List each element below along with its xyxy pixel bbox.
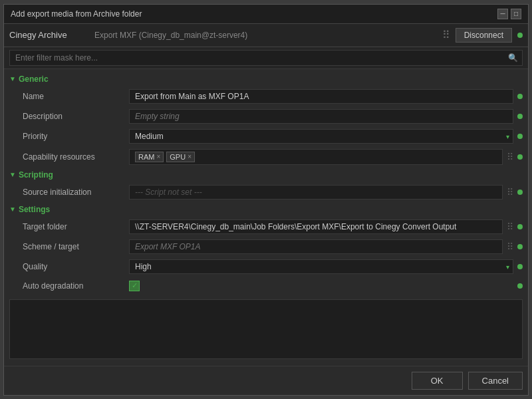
minimize-button[interactable]: ─ xyxy=(497,9,508,19)
archive-bar: Cinegy Archive Export MXF (Cinegy_db_mai… xyxy=(4,24,528,47)
scheme-label: Scheme / target xyxy=(23,242,129,251)
source-init-row: Source initialization --- Script not set… xyxy=(4,182,528,202)
source-init-label: Source initialization xyxy=(23,188,129,197)
scheme-status-dot xyxy=(517,244,523,249)
auto-degradation-status-dot xyxy=(517,283,523,289)
generic-section-header[interactable]: ▼ Generic xyxy=(4,72,528,86)
scripting-triangle-icon: ▼ xyxy=(9,171,16,178)
name-status-dot xyxy=(517,94,523,99)
title-bar: Add export media from Archive folder ─ □ xyxy=(4,5,528,24)
capability-label: Capability resources xyxy=(23,152,129,162)
quality-select-wrapper: Low Medium High ▾ xyxy=(129,259,513,274)
cancel-button[interactable]: Cancel xyxy=(468,372,523,390)
capability-status-dot xyxy=(517,154,523,160)
target-folder-status-dot xyxy=(517,224,523,229)
tag-ram-label: RAM xyxy=(138,153,154,161)
dialog-title: Add export media from Archive folder xyxy=(11,9,142,19)
generic-section-label: Generic xyxy=(19,74,49,84)
description-label: Description xyxy=(23,112,129,121)
settings-section-header[interactable]: ▼ Settings xyxy=(4,202,528,217)
source-init-value: --- Script not set --- xyxy=(129,185,503,200)
title-bar-buttons: ─ □ xyxy=(497,9,521,19)
quality-label: Quality xyxy=(23,262,129,271)
tag-ram: RAM × xyxy=(135,152,164,162)
tag-ram-close[interactable]: × xyxy=(156,153,160,160)
content-area: ▼ Generic Name Description Priority Low xyxy=(4,69,528,366)
capability-row: Capability resources RAM × GPU × ⠿ xyxy=(4,146,528,168)
maximize-button[interactable]: □ xyxy=(511,9,521,19)
settings-section-label: Settings xyxy=(19,205,50,214)
disconnect-button[interactable]: Disconnect xyxy=(456,28,512,43)
scripting-section-label: Scripting xyxy=(19,170,53,180)
auto-degradation-value-container: ✓ xyxy=(129,281,513,291)
priority-select-wrapper: Low Medium High ▾ xyxy=(129,129,513,144)
description-input[interactable] xyxy=(129,109,513,124)
name-input[interactable] xyxy=(129,89,513,104)
tag-gpu-label: GPU xyxy=(170,153,186,161)
auto-degradation-label: Auto degradation xyxy=(23,281,129,291)
tag-gpu-close[interactable]: × xyxy=(188,153,192,160)
capability-grid-icon[interactable]: ⠿ xyxy=(507,152,513,162)
capability-tags-container: RAM × GPU × xyxy=(129,149,503,165)
quality-row: Quality Low Medium High ▾ xyxy=(4,257,528,277)
priority-label: Priority xyxy=(23,132,129,141)
generic-triangle-icon: ▼ xyxy=(9,75,16,82)
archive-status-dot xyxy=(517,33,523,38)
scheme-grid-icon[interactable]: ⠿ xyxy=(507,241,513,252)
tag-gpu: GPU × xyxy=(166,152,195,162)
description-value-container xyxy=(129,109,513,124)
search-icon: 🔍 xyxy=(508,53,518,63)
target-folder-label: Target folder xyxy=(23,222,129,231)
filter-input[interactable] xyxy=(9,50,523,66)
priority-row: Priority Low Medium High ▾ xyxy=(4,126,528,146)
target-folder-value-container xyxy=(129,219,503,234)
archive-label: Cinegy Archive xyxy=(9,30,89,40)
quality-status-dot xyxy=(517,264,523,269)
settings-triangle-icon: ▼ xyxy=(9,205,16,213)
checkmark-icon: ✓ xyxy=(132,281,138,290)
scripting-section-header[interactable]: ▼ Scripting xyxy=(4,168,528,182)
source-init-status-dot xyxy=(517,190,523,195)
scheme-value-container xyxy=(129,239,503,254)
description-row: Description xyxy=(4,106,528,126)
preview-area xyxy=(9,299,523,359)
priority-select[interactable]: Low Medium High xyxy=(129,129,513,144)
description-status-dot xyxy=(517,114,523,119)
auto-degradation-checkbox[interactable]: ✓ xyxy=(129,281,140,291)
scheme-input[interactable] xyxy=(129,239,503,254)
name-value-container xyxy=(129,89,513,104)
priority-status-dot xyxy=(517,134,523,139)
archive-grid-icon[interactable]: ⠿ xyxy=(442,29,450,41)
name-row: Name xyxy=(4,86,528,106)
filter-bar: 🔍 xyxy=(4,47,528,69)
target-folder-input[interactable] xyxy=(129,219,503,234)
button-bar: OK Cancel xyxy=(4,366,528,395)
scheme-row: Scheme / target ⠿ xyxy=(4,237,528,257)
main-dialog: Add export media from Archive folder ─ □… xyxy=(3,4,529,396)
quality-select[interactable]: Low Medium High xyxy=(129,259,513,274)
name-label: Name xyxy=(23,92,129,101)
source-init-value-container: --- Script not set --- xyxy=(129,185,503,200)
auto-degradation-row: Auto degradation ✓ xyxy=(4,277,528,295)
target-folder-row: Target folder ⠿ xyxy=(4,217,528,237)
source-init-grid-icon[interactable]: ⠿ xyxy=(507,187,513,198)
target-folder-grid-icon[interactable]: ⠿ xyxy=(507,221,513,232)
ok-button[interactable]: OK xyxy=(412,372,463,390)
archive-value: Export MXF (Cinegy_db_main@zt-server4) xyxy=(94,31,437,40)
